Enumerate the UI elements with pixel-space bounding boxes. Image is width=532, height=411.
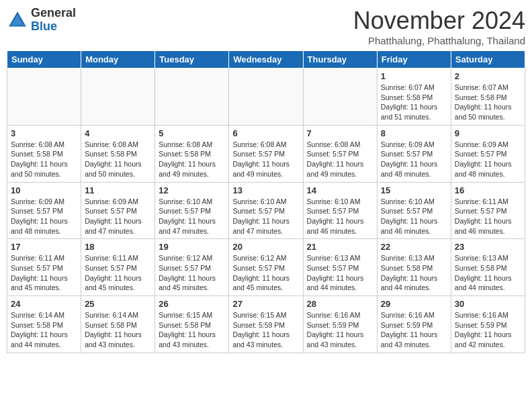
day-number: 15: [381, 185, 447, 195]
calendar-cell: 13Sunrise: 6:10 AMSunset: 5:57 PMDayligh…: [229, 182, 303, 239]
day-number: 4: [85, 128, 151, 138]
weekday-header: Sunday: [7, 51, 81, 68]
calendar-cell: 4Sunrise: 6:08 AMSunset: 5:58 PMDaylight…: [81, 125, 155, 182]
day-info: Sunrise: 6:11 AMSunset: 5:57 PMDaylight:…: [85, 253, 151, 293]
calendar-week-row: 10Sunrise: 6:09 AMSunset: 5:57 PMDayligh…: [7, 182, 525, 239]
day-info: Sunrise: 6:15 AMSunset: 5:59 PMDaylight:…: [232, 310, 299, 350]
calendar-week-row: 24Sunrise: 6:14 AMSunset: 5:58 PMDayligh…: [7, 296, 525, 353]
day-number: 23: [455, 242, 521, 252]
day-number: 12: [159, 185, 225, 195]
calendar-cell: [229, 68, 303, 126]
day-info: Sunrise: 6:15 AMSunset: 5:58 PMDaylight:…: [159, 310, 225, 350]
day-number: 28: [307, 299, 373, 309]
calendar-cell: [81, 68, 155, 126]
day-number: 7: [307, 128, 373, 138]
day-number: 11: [85, 185, 151, 195]
day-number: 25: [85, 299, 151, 309]
day-info: Sunrise: 6:14 AMSunset: 5:58 PMDaylight:…: [85, 310, 151, 350]
calendar-cell: 12Sunrise: 6:10 AMSunset: 5:57 PMDayligh…: [155, 182, 229, 239]
page-header: General Blue November 2024 Phatthalung, …: [7, 7, 525, 46]
day-info: Sunrise: 6:16 AMSunset: 5:59 PMDaylight:…: [455, 310, 521, 350]
day-number: 27: [232, 299, 299, 309]
day-info: Sunrise: 6:08 AMSunset: 5:58 PMDaylight:…: [159, 140, 225, 179]
calendar-cell: 27Sunrise: 6:15 AMSunset: 5:59 PMDayligh…: [229, 296, 303, 353]
calendar-cell: 11Sunrise: 6:09 AMSunset: 5:57 PMDayligh…: [81, 182, 155, 239]
day-info: Sunrise: 6:14 AMSunset: 5:58 PMDaylight:…: [11, 310, 77, 350]
calendar-cell: 20Sunrise: 6:12 AMSunset: 5:57 PMDayligh…: [229, 239, 303, 296]
weekday-header: Friday: [377, 51, 451, 68]
day-info: Sunrise: 6:16 AMSunset: 5:59 PMDaylight:…: [381, 310, 447, 350]
logo-icon: [7, 9, 28, 31]
day-info: Sunrise: 6:08 AMSunset: 5:58 PMDaylight:…: [11, 140, 77, 179]
day-info: Sunrise: 6:09 AMSunset: 5:57 PMDaylight:…: [381, 140, 447, 179]
logo: General Blue: [7, 7, 76, 34]
day-number: 24: [11, 299, 77, 309]
calendar-week-row: 17Sunrise: 6:11 AMSunset: 5:57 PMDayligh…: [7, 239, 525, 296]
day-number: 26: [159, 299, 225, 309]
day-info: Sunrise: 6:13 AMSunset: 5:57 PMDaylight:…: [307, 253, 373, 293]
calendar-week-row: 3Sunrise: 6:08 AMSunset: 5:58 PMDaylight…: [7, 125, 525, 182]
day-number: 19: [159, 242, 225, 252]
calendar-cell: [303, 68, 377, 126]
day-info: Sunrise: 6:12 AMSunset: 5:57 PMDaylight:…: [159, 253, 225, 293]
calendar-subtitle: Phatthalung, Phatthalung, Thailand: [353, 35, 525, 46]
calendar-cell: 29Sunrise: 6:16 AMSunset: 5:59 PMDayligh…: [377, 296, 451, 353]
day-info: Sunrise: 6:08 AMSunset: 5:58 PMDaylight:…: [85, 140, 151, 179]
day-number: 13: [232, 185, 299, 195]
day-number: 21: [307, 242, 373, 252]
calendar-cell: 25Sunrise: 6:14 AMSunset: 5:58 PMDayligh…: [81, 296, 155, 353]
day-number: 8: [381, 128, 447, 138]
day-info: Sunrise: 6:10 AMSunset: 5:57 PMDaylight:…: [381, 197, 447, 236]
day-number: 1: [381, 71, 447, 81]
day-number: 9: [455, 128, 521, 138]
calendar-cell: 14Sunrise: 6:10 AMSunset: 5:57 PMDayligh…: [303, 182, 377, 239]
day-info: Sunrise: 6:11 AMSunset: 5:57 PMDaylight:…: [11, 253, 77, 293]
calendar-cell: 6Sunrise: 6:08 AMSunset: 5:57 PMDaylight…: [229, 125, 303, 182]
calendar-week-row: 1Sunrise: 6:07 AMSunset: 5:58 PMDaylight…: [7, 68, 525, 126]
day-number: 3: [11, 128, 77, 138]
day-number: 16: [455, 185, 521, 195]
calendar-cell: 17Sunrise: 6:11 AMSunset: 5:57 PMDayligh…: [7, 239, 81, 296]
logo-text: General Blue: [31, 7, 76, 34]
calendar-cell: 23Sunrise: 6:13 AMSunset: 5:58 PMDayligh…: [451, 239, 525, 296]
day-info: Sunrise: 6:11 AMSunset: 5:57 PMDaylight:…: [455, 197, 521, 236]
day-info: Sunrise: 6:10 AMSunset: 5:57 PMDaylight:…: [307, 197, 373, 236]
day-info: Sunrise: 6:07 AMSunset: 5:58 PMDaylight:…: [455, 83, 521, 122]
day-info: Sunrise: 6:13 AMSunset: 5:58 PMDaylight:…: [455, 253, 521, 293]
calendar-cell: 15Sunrise: 6:10 AMSunset: 5:57 PMDayligh…: [377, 182, 451, 239]
calendar-title: November 2024: [353, 7, 525, 35]
calendar-cell: [7, 68, 81, 126]
day-number: 20: [232, 242, 299, 252]
calendar-cell: 18Sunrise: 6:11 AMSunset: 5:57 PMDayligh…: [81, 239, 155, 296]
calendar-cell: 10Sunrise: 6:09 AMSunset: 5:57 PMDayligh…: [7, 182, 81, 239]
day-number: 14: [307, 185, 373, 195]
calendar-cell: 3Sunrise: 6:08 AMSunset: 5:58 PMDaylight…: [7, 125, 81, 182]
calendar-cell: 28Sunrise: 6:16 AMSunset: 5:59 PMDayligh…: [303, 296, 377, 353]
calendar-cell: 9Sunrise: 6:09 AMSunset: 5:57 PMDaylight…: [451, 125, 525, 182]
day-number: 6: [232, 128, 299, 138]
day-number: 17: [11, 242, 77, 252]
calendar-cell: 8Sunrise: 6:09 AMSunset: 5:57 PMDaylight…: [377, 125, 451, 182]
weekday-header: Saturday: [451, 51, 525, 68]
calendar-cell: 16Sunrise: 6:11 AMSunset: 5:57 PMDayligh…: [451, 182, 525, 239]
day-info: Sunrise: 6:12 AMSunset: 5:57 PMDaylight:…: [232, 253, 299, 293]
calendar-cell: 22Sunrise: 6:13 AMSunset: 5:58 PMDayligh…: [377, 239, 451, 296]
calendar-cell: 5Sunrise: 6:08 AMSunset: 5:58 PMDaylight…: [155, 125, 229, 182]
day-info: Sunrise: 6:13 AMSunset: 5:58 PMDaylight:…: [381, 253, 447, 293]
weekday-header: Thursday: [303, 51, 377, 68]
calendar-cell: 7Sunrise: 6:08 AMSunset: 5:57 PMDaylight…: [303, 125, 377, 182]
weekday-header: Tuesday: [155, 51, 229, 68]
day-info: Sunrise: 6:10 AMSunset: 5:57 PMDaylight:…: [232, 197, 299, 236]
calendar-cell: [155, 68, 229, 126]
title-block: November 2024 Phatthalung, Phatthalung, …: [353, 7, 525, 46]
day-info: Sunrise: 6:09 AMSunset: 5:57 PMDaylight:…: [455, 140, 521, 179]
day-number: 29: [381, 299, 447, 309]
day-info: Sunrise: 6:10 AMSunset: 5:57 PMDaylight:…: [159, 197, 225, 236]
day-info: Sunrise: 6:09 AMSunset: 5:57 PMDaylight:…: [85, 197, 151, 236]
day-info: Sunrise: 6:08 AMSunset: 5:57 PMDaylight:…: [232, 140, 299, 179]
calendar-cell: 21Sunrise: 6:13 AMSunset: 5:57 PMDayligh…: [303, 239, 377, 296]
day-number: 10: [11, 185, 77, 195]
calendar-cell: 30Sunrise: 6:16 AMSunset: 5:59 PMDayligh…: [451, 296, 525, 353]
day-info: Sunrise: 6:16 AMSunset: 5:59 PMDaylight:…: [307, 310, 373, 350]
weekday-header: Monday: [81, 51, 155, 68]
